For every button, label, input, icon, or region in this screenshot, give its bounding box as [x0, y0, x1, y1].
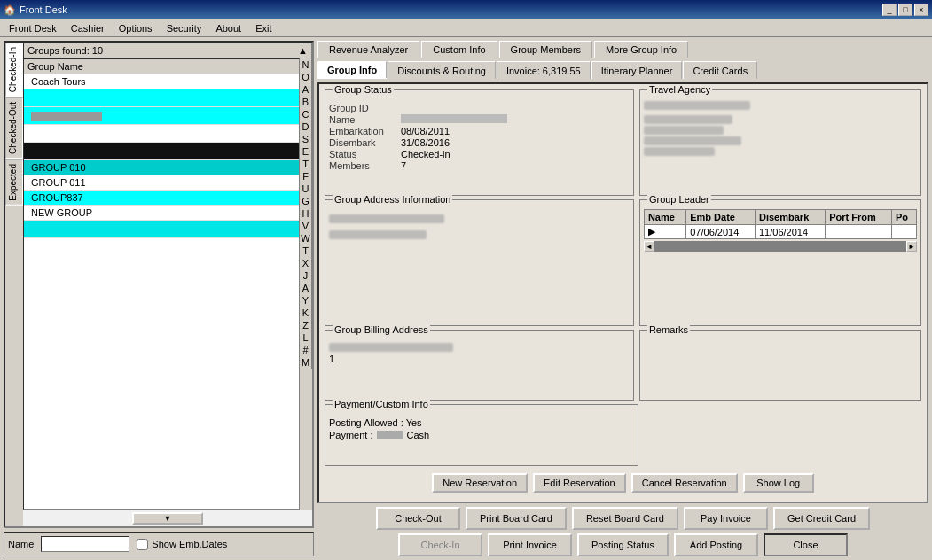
alpha-l[interactable]: L [300, 331, 312, 344]
alpha-b[interactable]: B [300, 96, 312, 108]
alpha-t2[interactable]: T [300, 245, 312, 257]
show-log-button[interactable]: Show Log [743, 473, 814, 493]
tab-checked-out[interactable]: Checked-Out [5, 97, 23, 159]
address-line-2 [329, 230, 427, 239]
menu-cashier[interactable]: Cashier [66, 21, 110, 35]
get-credit-card-button[interactable]: Get Credit Card [773, 507, 870, 530]
leader-disembark: 11/06/2014 [756, 225, 826, 239]
menu-options[interactable]: Options [114, 21, 158, 35]
close-window-button[interactable]: × [914, 4, 928, 16]
alpha-g[interactable]: G [300, 195, 312, 207]
scroll-right-arrow[interactable]: ► [906, 241, 917, 252]
new-reservation-button[interactable]: New Reservation [432, 473, 528, 493]
minimize-button[interactable]: _ [882, 4, 897, 16]
list-item[interactable] [24, 221, 299, 238]
members-label: Members [329, 160, 400, 171]
list-item[interactable]: GROUP 010 [24, 160, 299, 175]
list-item[interactable] [24, 125, 299, 143]
tab-group-members[interactable]: Group Members [499, 41, 592, 58]
alpha-x[interactable]: X [300, 257, 312, 269]
alpha-hash[interactable]: # [300, 344, 312, 356]
groups-panel: Checked-In Checked-Out Expected Groups f… [4, 41, 314, 528]
group-leader-title: Group Leader [647, 194, 711, 205]
tab-expected[interactable]: Expected [5, 159, 23, 206]
alpha-d[interactable]: D [300, 121, 312, 133]
alpha-s[interactable]: S [300, 133, 312, 145]
bottom-buttons: Check-Out Print Board Card Reset Board C… [317, 507, 928, 556]
tab-invoice[interactable]: Invoice: 6,319.55 [497, 61, 591, 79]
main-container: Checked-In Checked-Out Expected Groups f… [0, 37, 932, 560]
cancel-reservation-button[interactable]: Cancel Reservation [631, 473, 738, 493]
list-item[interactable]: NEW GROUP [24, 206, 299, 221]
alpha-m[interactable]: M [300, 356, 312, 369]
alpha-e[interactable]: E [300, 145, 312, 158]
alpha-f[interactable]: F [300, 170, 312, 183]
alpha-w[interactable]: W [300, 232, 312, 245]
restore-button[interactable]: □ [898, 4, 912, 16]
leader-col-po: Po [891, 210, 916, 225]
check-out-button[interactable]: Check-Out [376, 507, 460, 530]
group-address-title: Group Address Information [333, 194, 452, 205]
tab-revenue-analyzer[interactable]: Revenue Analyzer [317, 41, 419, 58]
tab-group-info[interactable]: Group Info [317, 61, 387, 79]
menu-exit[interactable]: Exit [250, 21, 277, 35]
tab-more-group-info[interactable]: More Group Info [594, 41, 688, 58]
alpha-h[interactable]: H [300, 207, 312, 220]
menu-about[interactable]: About [210, 21, 247, 35]
check-in-button[interactable]: Check-In [398, 533, 482, 556]
status-value: Checked-in [401, 149, 507, 159]
list-item[interactable] [24, 143, 299, 160]
close-button[interactable]: Close [764, 533, 848, 556]
show-emb-dates-label: Show Emb.Dates [152, 539, 227, 549]
payment-title: Payment/Custom Info [333, 399, 430, 409]
groups-list[interactable]: Group Name Coach Tours GROUP 010 GROUP 0… [23, 58, 300, 510]
print-board-card-button[interactable]: Print Board Card [466, 507, 567, 530]
table-row[interactable]: ▶ 07/06/2014 11/06/2014 [644, 225, 916, 239]
tab-credit-cards[interactable]: Credit Cards [683, 61, 757, 79]
alpha-z[interactable]: Z [300, 319, 312, 331]
billing-address: 1 [329, 354, 334, 364]
travel-line-2 [644, 115, 732, 124]
pay-invoice-button[interactable]: Pay Invoice [684, 507, 768, 530]
group-status-box: Group Status Group ID Name Embarkation 0… [325, 89, 634, 196]
groups-list-area: Groups found: 10 ▲ Group Name Coach Tour… [23, 43, 312, 526]
alpha-k[interactable]: K [300, 307, 312, 319]
alpha-a2[interactable]: A [300, 282, 312, 294]
list-item[interactable] [24, 89, 299, 107]
name-field-value [401, 114, 507, 123]
show-emb-dates-checkbox[interactable] [137, 539, 148, 550]
payment-row: Payment/Custom Info Posting Allowed : Ye… [325, 404, 921, 466]
embarkation-value: 08/08/2011 [401, 126, 507, 136]
list-item[interactable]: GROUP837 [24, 191, 299, 206]
tab-custom-info[interactable]: Custom Info [421, 41, 497, 58]
alpha-y[interactable]: Y [300, 294, 312, 307]
alpha-n[interactable]: N [300, 58, 312, 71]
alpha-a[interactable]: A [300, 83, 312, 96]
tab-discounts-routing[interactable]: Discounts & Routing [388, 61, 496, 79]
alpha-t[interactable]: T [300, 158, 312, 170]
posting-allowed: Posting Allowed : Yes [329, 417, 634, 428]
name-input[interactable] [41, 536, 129, 552]
alpha-j[interactable]: J [300, 269, 312, 282]
tab-checked-in[interactable]: Checked-In [5, 43, 23, 97]
list-item[interactable]: Coach Tours [24, 74, 299, 89]
alpha-o[interactable]: O [300, 71, 312, 83]
print-invoice-button[interactable]: Print Invoice [488, 533, 572, 556]
scroll-left-arrow[interactable]: ◄ [644, 241, 654, 252]
alpha-v[interactable]: V [300, 220, 312, 232]
reset-board-card-button[interactable]: Reset Board Card [572, 507, 678, 530]
leader-col-name: Name [644, 210, 685, 225]
list-item[interactable]: GROUP 011 [24, 175, 299, 191]
posting-status-button[interactable]: Posting Status [577, 533, 669, 556]
alpha-u[interactable]: U [300, 183, 312, 195]
menu-security[interactable]: Security [161, 21, 208, 35]
alpha-c[interactable]: C [300, 108, 312, 121]
add-posting-button[interactable]: Add Posting [674, 533, 758, 556]
payment-label: Payment : [329, 430, 373, 440]
list-item[interactable] [24, 107, 299, 125]
menu-front-desk[interactable]: Front Desk [4, 21, 62, 35]
scroll-track[interactable] [654, 241, 906, 252]
tab-itinerary-planner[interactable]: Itinerary Planner [591, 61, 683, 79]
edit-reservation-button[interactable]: Edit Reservation [533, 473, 626, 493]
scroll-down-button[interactable]: ▼ [132, 512, 203, 525]
